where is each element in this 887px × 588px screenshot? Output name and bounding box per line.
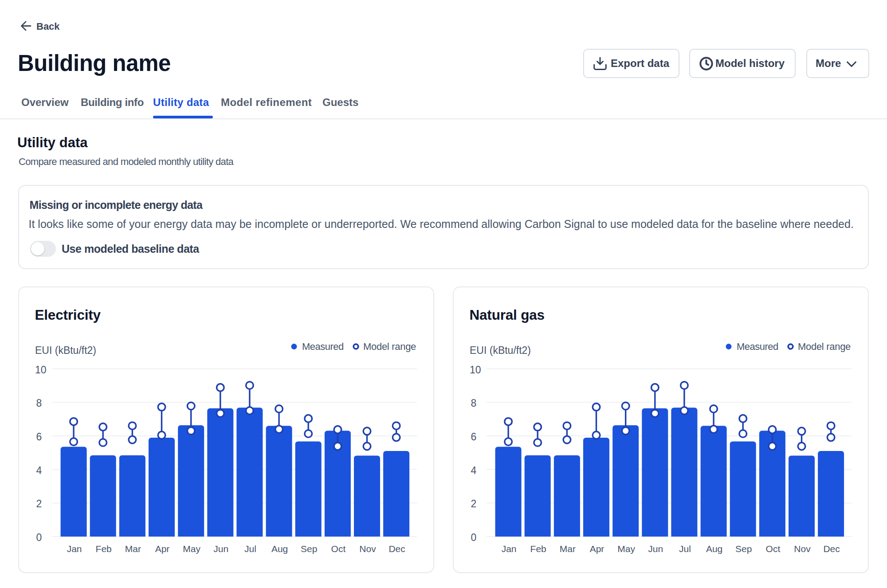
svg-text:Sep: Sep xyxy=(735,544,752,554)
svg-text:Nov: Nov xyxy=(794,544,811,554)
svg-text:6: 6 xyxy=(471,431,477,443)
svg-text:Jun: Jun xyxy=(648,544,663,554)
svg-text:2: 2 xyxy=(471,498,477,510)
svg-text:Apr: Apr xyxy=(155,544,170,554)
svg-text:Dec: Dec xyxy=(389,544,405,554)
svg-text:Jun: Jun xyxy=(213,544,228,554)
svg-text:Jan: Jan xyxy=(502,544,517,554)
svg-text:Sep: Sep xyxy=(301,544,317,554)
svg-text:Jul: Jul xyxy=(679,544,691,554)
svg-text:6: 6 xyxy=(36,431,42,443)
svg-text:Model range: Model range xyxy=(798,341,851,352)
svg-text:Jan: Jan xyxy=(67,544,82,554)
svg-text:Oct: Oct xyxy=(331,544,346,554)
svg-text:Mar: Mar xyxy=(560,544,576,554)
svg-text:EUI (kBtu/ft2): EUI (kBtu/ft2) xyxy=(470,345,531,356)
svg-text:4: 4 xyxy=(36,465,42,476)
svg-text:Dec: Dec xyxy=(823,544,840,554)
svg-text:May: May xyxy=(183,544,200,554)
svg-text:8: 8 xyxy=(36,397,42,409)
svg-text:Aug: Aug xyxy=(706,544,722,554)
svg-text:4: 4 xyxy=(471,465,477,476)
svg-text:8: 8 xyxy=(471,397,477,409)
svg-text:10: 10 xyxy=(470,364,481,376)
svg-text:2: 2 xyxy=(36,498,42,510)
svg-text:Apr: Apr xyxy=(590,544,604,554)
svg-text:Feb: Feb xyxy=(530,544,546,554)
svg-text:Jul: Jul xyxy=(244,544,256,554)
svg-text:0: 0 xyxy=(36,532,42,543)
svg-text:May: May xyxy=(617,544,635,554)
svg-text:EUI (kBtu/ft2): EUI (kBtu/ft2) xyxy=(35,345,96,356)
svg-text:Oct: Oct xyxy=(766,544,781,554)
svg-text:Measured: Measured xyxy=(302,341,344,352)
svg-text:Mar: Mar xyxy=(125,544,141,554)
svg-text:Feb: Feb xyxy=(96,544,112,554)
svg-text:10: 10 xyxy=(35,364,47,376)
svg-text:Model range: Model range xyxy=(363,341,416,352)
svg-text:0: 0 xyxy=(471,532,477,543)
svg-text:Measured: Measured xyxy=(737,341,778,352)
svg-text:Aug: Aug xyxy=(271,544,288,554)
svg-text:Nov: Nov xyxy=(359,544,376,554)
